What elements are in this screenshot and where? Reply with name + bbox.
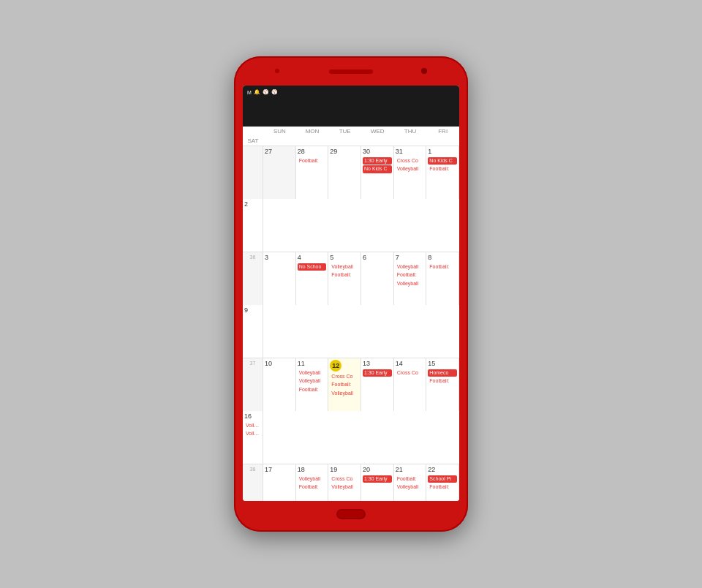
day-cell[interactable]: 18VolleyballFootball: (296, 464, 329, 501)
day-cell[interactable]: 14Cross Co (394, 358, 427, 411)
week-num-cell (243, 146, 263, 199)
day-number: 17 (265, 466, 294, 474)
home-button[interactable] (336, 509, 366, 519)
day-number: 5 (330, 254, 359, 262)
day-cell[interactable]: 8Football: (426, 252, 459, 305)
day-number: 16 (244, 412, 261, 421)
day-number: 14 (396, 360, 425, 368)
week-num-spacer (243, 127, 263, 136)
calendar-event[interactable]: Volleyball (330, 390, 359, 397)
day-number: 30 (363, 148, 392, 156)
day-header-sat: SAT (243, 136, 263, 146)
day-cell[interactable]: 19Cross CoVolleyball (328, 464, 361, 501)
day-cell[interactable]: 22School PiFootball: (426, 464, 459, 501)
day-cell[interactable]: 12Cross CoFootball:Volleyball (328, 358, 361, 411)
day-cell[interactable]: 16VolleyballVolleyball (243, 411, 263, 464)
calendar-event[interactable]: Football: (330, 381, 359, 388)
calendar-event[interactable]: Cross Co (330, 373, 359, 380)
calendar-event[interactable]: Football: (396, 271, 425, 279)
calendar-event[interactable]: Football: (428, 377, 457, 385)
calendar-event[interactable]: Volleyball (298, 475, 327, 483)
calendar-event[interactable]: Volleyball (298, 377, 327, 385)
day-cell[interactable]: 11VolleyballVolleyballFootball: (296, 358, 329, 411)
day-number: 11 (298, 360, 327, 368)
day-cell[interactable]: 31Cross CoVolleyball (394, 146, 427, 199)
calendar-event[interactable]: Football: (298, 157, 327, 165)
day-cell[interactable]: 3 (263, 252, 296, 305)
calendar-event[interactable]: Volleyball (244, 422, 261, 429)
status-bar: M 🔔 ⚾ ⚾ (243, 86, 459, 99)
day-number: 9 (244, 306, 261, 314)
week-num-cell: 36 (243, 252, 263, 305)
mlb2-icon: ⚾ (271, 89, 278, 95)
calendar-event[interactable]: Volleyball (396, 280, 425, 287)
day-cell[interactable]: 301:30 EarlyNo Kids C (361, 146, 394, 199)
day-cell[interactable]: 7VolleyballFootball:Volleyball (394, 252, 427, 305)
calendar-event[interactable]: Volleyball (396, 483, 425, 491)
day-number: 31 (396, 148, 425, 156)
week-row: 381718VolleyballFootball:19Cross CoVolle… (243, 464, 459, 501)
calendar-event[interactable]: 1:30 Early (363, 475, 392, 483)
day-cell[interactable]: 28Football: (296, 146, 329, 199)
day-cell[interactable]: 1No Kids CFootball: (426, 146, 459, 199)
day-cell[interactable]: 5VolleyballFootball: (328, 252, 361, 305)
day-cell[interactable]: 27 (263, 146, 296, 199)
day-number: 1 (428, 148, 457, 156)
calendar-event[interactable]: Volleyball (396, 263, 425, 271)
calendar-event[interactable]: Football: (396, 475, 425, 483)
day-number: 27 (265, 148, 294, 156)
calendar-event[interactable]: No Kids C (428, 157, 457, 165)
week-num-cell: 37 (243, 358, 263, 411)
calendar-event[interactable]: Cross Co (396, 369, 425, 377)
calendar-event[interactable]: School Pi (428, 475, 457, 483)
day-cell[interactable]: 10 (263, 358, 296, 411)
day-cell[interactable]: 15HomecoFootball: (426, 358, 459, 411)
week-row: 3634No Schoo5VolleyballFootball:67Volley… (243, 252, 459, 358)
day-cell[interactable]: 131:30 Early (361, 358, 394, 411)
day-cell[interactable]: 2 (243, 199, 263, 252)
calendar-grid: 2728Football:29301:30 EarlyNo Kids C31Cr… (243, 146, 459, 501)
notification-icon: 🔔 (254, 89, 260, 95)
day-number: 8 (428, 254, 457, 262)
day-cell[interactable]: 21Football:Volleyball (394, 464, 427, 501)
calendar-wrapper: SUN MON TUE WED THU FRI SAT 2728Football… (243, 127, 459, 501)
calendar-event[interactable]: Football: (330, 271, 359, 279)
calendar-event[interactable]: Volleyball (298, 369, 327, 377)
day-number: 10 (265, 360, 294, 368)
calendar-event[interactable]: Cross Co (330, 475, 359, 483)
calendar-event[interactable]: Football: (428, 263, 457, 271)
calendar-event[interactable]: Volleyball (330, 263, 359, 271)
calendar-event[interactable]: Cross Co (396, 157, 425, 165)
day-cell[interactable]: 17 (263, 464, 296, 501)
day-header-sun: SUN (263, 127, 296, 136)
day-cell[interactable]: 201:30 Early (361, 464, 394, 501)
calendar-event[interactable]: Football: (298, 483, 327, 491)
day-cell[interactable]: 6 (361, 252, 394, 305)
day-headers: SUN MON TUE WED THU FRI SAT (243, 127, 459, 146)
status-left-icons: M 🔔 ⚾ ⚾ (247, 89, 278, 95)
day-number: 28 (298, 148, 327, 156)
day-cell[interactable]: 4No Schoo (296, 252, 329, 305)
day-number: 22 (428, 466, 457, 474)
calendar-event[interactable]: 1:30 Early (363, 369, 392, 377)
calendar-event[interactable]: 1:30 Early (363, 157, 392, 165)
calendar-event[interactable]: Volleyball (244, 430, 261, 437)
calendar-event[interactable]: Football: (428, 165, 457, 173)
calendar-event[interactable]: Volleyball (396, 165, 425, 173)
calendar-event[interactable]: Homeco (428, 369, 457, 377)
day-number: 20 (363, 466, 392, 474)
day-cell[interactable]: 29 (328, 146, 361, 199)
calendar-event[interactable]: No Kids C (363, 165, 392, 173)
phone-speaker (329, 69, 373, 74)
calendar-event[interactable]: Volleyball (330, 483, 359, 491)
calendar-event[interactable]: Football: (298, 386, 327, 393)
calendar-event[interactable]: No Schoo (298, 263, 327, 271)
day-header-mon: MON (296, 127, 329, 136)
day-header-wed: WED (361, 127, 394, 136)
app-header (243, 99, 459, 127)
calendar-event[interactable]: Football: (428, 483, 457, 491)
day-cell[interactable]: 9 (243, 305, 263, 358)
phone-device: M 🔔 ⚾ ⚾ SUN MON TUE (234, 56, 468, 532)
phone-bottom (336, 504, 366, 524)
day-number: 2 (244, 200, 261, 208)
